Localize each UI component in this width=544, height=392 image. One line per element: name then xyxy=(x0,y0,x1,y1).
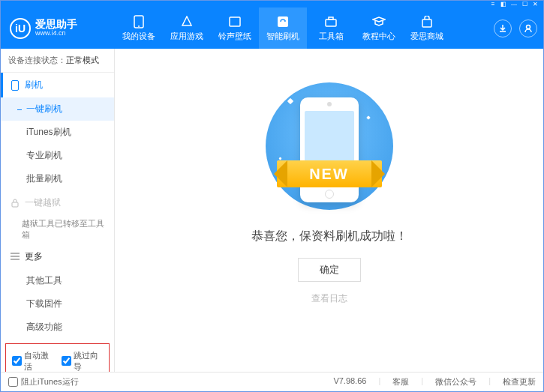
app-title: 爱思助手 xyxy=(35,19,77,30)
download-button[interactable] xyxy=(494,19,512,37)
sidebar-item-download-firmware[interactable]: 下载固件 xyxy=(1,292,114,316)
nav-ringtones[interactable]: 铃声壁纸 xyxy=(211,7,259,49)
flash-icon xyxy=(276,15,290,28)
sidebar-item-batch-flash[interactable]: 批量刷机 xyxy=(1,167,114,190)
sidebar-section-jailbreak[interactable]: 一键越狱 xyxy=(1,190,114,215)
tutorial-icon xyxy=(372,15,386,28)
nav-label: 智能刷机 xyxy=(266,31,299,42)
app-window: ≡ ◧ — ☐ ✕ iU 爱思助手 www.i4.cn 我的设备 应用游戏 铃声 xyxy=(0,0,544,392)
main-content: NEW 恭喜您，保资料刷机成功啦！ 确定 查看日志 xyxy=(115,49,543,372)
sidebar-item-pro-flash[interactable]: 专业刷机 xyxy=(1,144,114,167)
nav-my-device[interactable]: 我的设备 xyxy=(115,7,163,49)
sidebar-item-itunes-flash[interactable]: iTunes刷机 xyxy=(1,121,114,144)
nav-smart-flash[interactable]: 智能刷机 xyxy=(259,7,307,49)
nav-store[interactable]: 爱思商城 xyxy=(403,7,451,49)
nav-label: 应用游戏 xyxy=(170,31,203,42)
toolbox-icon xyxy=(324,15,338,28)
nav-label: 爱思商城 xyxy=(410,31,443,42)
svg-rect-3 xyxy=(278,16,288,27)
connection-status: 设备连接状态：正常模式 xyxy=(1,49,114,73)
svg-rect-5 xyxy=(329,17,333,19)
auto-activate-checkbox[interactable]: 自动激活 xyxy=(12,350,54,372)
footer: 阻止iTunes运行 V7.98.66 | 客服 | 微信公众号 | 检查更新 xyxy=(1,372,543,391)
svg-rect-8 xyxy=(12,80,19,90)
view-log-link[interactable]: 查看日志 xyxy=(311,292,347,305)
maximize-icon[interactable]: ☐ xyxy=(519,1,530,7)
options-row: 自动激活 跳过向导 xyxy=(5,343,110,372)
store-icon xyxy=(420,15,434,28)
logo: iU 爱思助手 www.i4.cn xyxy=(10,18,115,39)
footer-link-update[interactable]: 检查更新 xyxy=(503,376,536,388)
nav-label: 我的设备 xyxy=(122,31,155,42)
nav-apps[interactable]: 应用游戏 xyxy=(163,7,211,49)
sidebar-section-flash[interactable]: 刷机 xyxy=(1,73,114,97)
new-ribbon: NEW xyxy=(248,159,411,189)
lock-icon xyxy=(10,198,20,208)
block-itunes-checkbox[interactable]: 阻止iTunes运行 xyxy=(8,376,79,388)
skip-setup-checkbox[interactable]: 跳过向导 xyxy=(62,350,104,372)
skin-icon[interactable]: ◧ xyxy=(498,1,509,7)
nav-label: 工具箱 xyxy=(319,31,344,42)
app-url: www.i4.cn xyxy=(35,30,77,37)
apps-icon xyxy=(180,15,194,28)
jailbreak-note: 越狱工具已转移至工具箱 xyxy=(22,218,107,241)
svg-rect-6 xyxy=(422,19,431,27)
sidebar-item-advanced[interactable]: 高级功能 xyxy=(1,316,114,339)
svg-point-1 xyxy=(138,25,140,27)
nav-label: 教程中心 xyxy=(362,31,395,42)
svg-rect-2 xyxy=(230,17,240,26)
svg-rect-9 xyxy=(12,202,18,207)
ok-button[interactable]: 确定 xyxy=(298,258,361,282)
sidebar-item-other-tools[interactable]: 其他工具 xyxy=(1,269,114,292)
phone-icon xyxy=(132,15,146,28)
success-message: 恭喜您，保资料刷机成功啦！ xyxy=(251,229,407,244)
more-icon xyxy=(10,251,20,262)
minimize-icon[interactable]: — xyxy=(509,1,519,7)
version-label: V7.98.66 xyxy=(333,376,366,388)
nav-toolbox[interactable]: 工具箱 xyxy=(307,7,355,49)
sidebar-section-more[interactable]: 更多 xyxy=(1,244,114,269)
footer-link-support[interactable]: 客服 xyxy=(392,376,409,388)
phone-icon xyxy=(10,80,20,91)
header-actions xyxy=(494,19,537,37)
logo-icon: iU xyxy=(10,18,31,39)
window-controls: ≡ ◧ — ☐ ✕ xyxy=(1,1,543,7)
user-button[interactable] xyxy=(519,19,537,37)
svg-point-7 xyxy=(527,25,530,28)
success-illustration: NEW xyxy=(254,79,404,214)
body: 设备连接状态：正常模式 刷机 一键刷机 iTunes刷机 专业刷机 批量刷机 一… xyxy=(1,49,543,372)
menu-icon[interactable]: ≡ xyxy=(488,1,498,7)
sidebar-item-one-click-flash[interactable]: 一键刷机 xyxy=(1,97,114,121)
main-nav: 我的设备 应用游戏 铃声壁纸 智能刷机 工具箱 教程中心 xyxy=(115,7,451,49)
close-icon[interactable]: ✕ xyxy=(530,1,540,7)
footer-link-wechat[interactable]: 微信公众号 xyxy=(435,376,476,388)
wallpaper-icon xyxy=(228,15,242,28)
header: iU 爱思助手 www.i4.cn 我的设备 应用游戏 铃声壁纸 智能刷机 xyxy=(1,7,543,49)
nav-label: 铃声壁纸 xyxy=(218,31,251,42)
svg-rect-4 xyxy=(326,19,336,26)
nav-tutorial[interactable]: 教程中心 xyxy=(355,7,403,49)
sidebar: 设备连接状态：正常模式 刷机 一键刷机 iTunes刷机 专业刷机 批量刷机 一… xyxy=(1,49,115,372)
